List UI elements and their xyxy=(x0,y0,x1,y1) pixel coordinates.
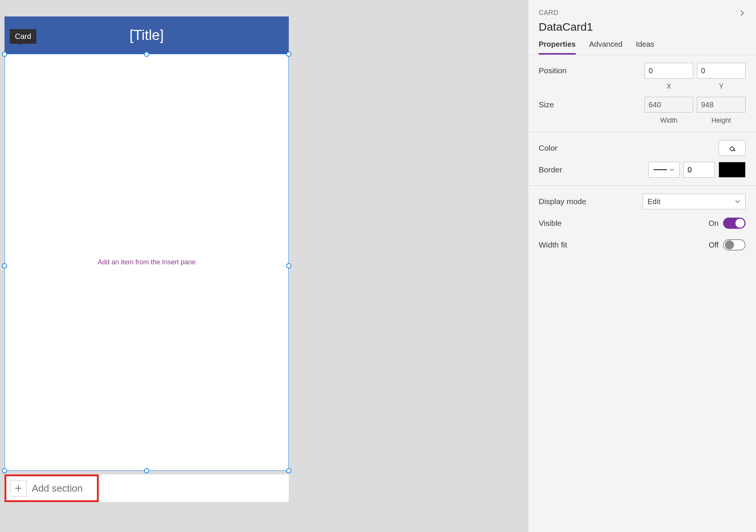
tab-ideas[interactable]: Ideas xyxy=(636,40,654,55)
border-line-preview xyxy=(654,169,667,170)
position-y-input[interactable] xyxy=(697,63,746,79)
paint-bucket-icon xyxy=(728,144,736,152)
panel-tabs: Properties Advanced Ideas xyxy=(539,40,746,55)
size-width-input[interactable] xyxy=(645,97,693,113)
color-label: Color xyxy=(539,144,557,153)
display-mode-label: Display mode xyxy=(539,197,586,206)
chevron-down-icon xyxy=(669,167,674,172)
width-fit-label: Width fit xyxy=(539,240,567,249)
resize-handle-top-left[interactable] xyxy=(2,52,7,57)
properties-panel: CARD DataCard1 Properties Advanced Ideas… xyxy=(528,0,756,532)
color-picker-button[interactable] xyxy=(719,140,746,156)
display-mode-select[interactable]: Edit xyxy=(643,194,746,209)
position-x-input[interactable] xyxy=(645,63,693,79)
tab-properties[interactable]: Properties xyxy=(539,40,576,55)
tab-advanced[interactable]: Advanced xyxy=(589,40,622,55)
card-title-bar[interactable]: [Title] xyxy=(4,16,289,54)
position-x-sublabel: X xyxy=(645,83,693,90)
position-y-sublabel: Y xyxy=(697,83,746,90)
card-body[interactable]: Add an item from the Insert pane xyxy=(4,54,289,471)
size-height-input[interactable] xyxy=(697,97,746,113)
border-label: Border xyxy=(539,165,562,174)
border-width-input[interactable] xyxy=(683,162,715,178)
resize-handle-top-middle[interactable] xyxy=(144,52,149,57)
width-fit-state-text: Off xyxy=(709,241,719,249)
panel-object-name: DataCard1 xyxy=(539,21,746,33)
selection-tooltip-label: Card xyxy=(15,32,31,40)
display-mode-value: Edit xyxy=(648,197,660,206)
svg-point-0 xyxy=(734,150,735,151)
visible-label: Visible xyxy=(539,219,561,228)
panel-type-label: CARD xyxy=(539,9,558,17)
panel-collapse-icon[interactable] xyxy=(738,9,746,17)
canvas-area: Card [Title] Add an item from the Insert… xyxy=(0,0,528,532)
add-section-label: Add section xyxy=(32,483,83,494)
plus-icon xyxy=(10,480,27,496)
size-width-sublabel: Width xyxy=(645,117,693,124)
visible-toggle[interactable] xyxy=(723,218,746,229)
border-style-select[interactable] xyxy=(648,162,680,178)
resize-handle-top-right[interactable] xyxy=(286,52,291,57)
resize-handle-bottom-right[interactable] xyxy=(286,468,291,473)
card-container[interactable]: [Title] Add an item from the Insert pane xyxy=(4,16,289,502)
card-title-text: [Title] xyxy=(129,27,164,43)
resize-handle-bottom-left[interactable] xyxy=(2,468,7,473)
resize-handle-middle-right[interactable] xyxy=(286,263,291,268)
size-label: Size xyxy=(539,100,554,109)
position-label: Position xyxy=(539,66,567,75)
resize-handle-bottom-middle[interactable] xyxy=(144,468,149,473)
selection-tooltip: Card xyxy=(10,29,36,44)
add-section-button[interactable]: Add section xyxy=(4,474,99,502)
width-fit-toggle[interactable] xyxy=(723,239,746,250)
border-color-swatch[interactable] xyxy=(719,162,746,178)
card-empty-hint: Add an item from the Insert pane xyxy=(98,258,196,266)
size-height-sublabel: Height xyxy=(697,117,746,124)
visible-state-text: On xyxy=(708,219,719,228)
resize-handle-middle-left[interactable] xyxy=(2,263,7,268)
chevron-down-icon xyxy=(735,199,741,205)
